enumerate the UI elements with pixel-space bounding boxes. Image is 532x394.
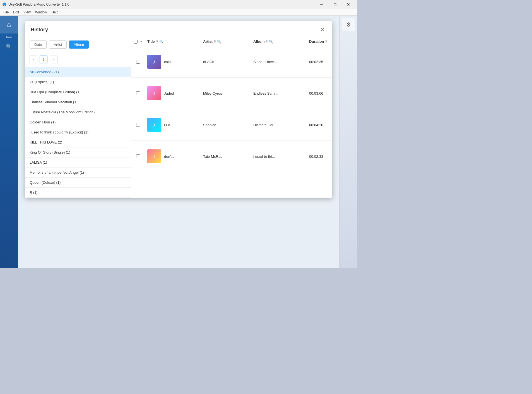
album-item-10[interactable]: Queen (Deluxe) (1) [25, 178, 131, 188]
select-all-checkbox[interactable] [134, 40, 138, 44]
table-row: ♪ don'... Tate McRae i used to thi... 00… [131, 141, 332, 172]
table-row: ♪ Jaded Miley Cyrus Endless Sum... 00:03… [131, 78, 332, 109]
artist-search-icon[interactable]: 🔍 [217, 40, 221, 44]
prev-page-button[interactable]: ‹ [30, 56, 37, 63]
settings-button[interactable]: ⚙ [342, 18, 355, 31]
artist-sort-icon[interactable]: ⇅ [214, 40, 216, 43]
album-item-8[interactable]: LALISA (1) [25, 157, 131, 168]
menu-view[interactable]: View [21, 10, 33, 15]
window-close-button[interactable]: ✕ [342, 0, 355, 9]
row2-checkbox[interactable] [136, 91, 140, 95]
menu-window[interactable]: Window [33, 10, 49, 15]
album-item-5[interactable]: i used to think i could fly (Explicit) (… [25, 127, 131, 137]
modal-sidebar: Date Artist Album ‹ 1 › All Converte [25, 37, 131, 198]
row1-artist: 6LACK [201, 60, 251, 64]
th-artist: Artist ⇅ 🔍 [201, 39, 251, 44]
table-row: ♪ cold... 6LACK Since I Have... 00:02:35… [131, 46, 332, 78]
row3-artist: Shanice [201, 123, 251, 127]
th-check-arrow: ▼ [140, 40, 143, 43]
row2-track-name: Jaded [164, 91, 174, 95]
th-duration-label: Duration [309, 39, 324, 44]
th-title-label: Title [147, 39, 155, 44]
row3-check [131, 123, 145, 127]
album-sort-icon[interactable]: ⇅ [266, 40, 268, 43]
row2-artist: Miley Cyrus [201, 91, 251, 95]
next-page-button[interactable]: › [50, 56, 57, 63]
row4-album: i used to thi... [251, 154, 307, 159]
modal-close-button[interactable]: ✕ [319, 26, 326, 34]
home-icon: ⌂ [7, 21, 11, 28]
album-item-4[interactable]: Golden Hour (1) [25, 117, 131, 127]
filter-tab-artist[interactable]: Artist [49, 40, 67, 49]
app-icon: U [2, 2, 7, 7]
sidebar-search-button[interactable]: 🔍 [3, 41, 15, 52]
th-album-label: Album [253, 39, 264, 44]
row4-checkbox[interactable] [136, 154, 140, 158]
th-album: Album ⇅ 🔍 [251, 39, 307, 44]
title-bar: U UkeySoft Pandora Music Converter 1.1.0… [0, 0, 357, 9]
sidebar-home-button[interactable]: ⌂ [0, 16, 18, 34]
row4-thumbnail: ♪ [147, 149, 161, 163]
title-sort-icon[interactable]: ⇅ [156, 40, 158, 43]
th-check: ▼ [131, 40, 145, 44]
row4-artist: Tate McRae [201, 154, 251, 159]
app-title: UkeySoft Pandora Music Converter 1.1.0 [8, 3, 315, 6]
minimize-button[interactable]: ─ [315, 0, 328, 9]
row3-album: Ultimate Col... [251, 123, 307, 127]
table-body: ♪ cold... 6LACK Since I Have... 00:02:35… [131, 46, 332, 198]
page-1-button[interactable]: 1 [40, 56, 47, 63]
row1-check [131, 60, 145, 64]
duration-sort-icon[interactable]: ⇅ [325, 40, 327, 43]
table-row: ♪ I Lo... Shanice Ultimate Col... 00:04:… [131, 109, 332, 141]
menu-edit[interactable]: Edit [11, 10, 21, 15]
row3-title: ♪ I Lo... [145, 118, 201, 132]
th-duration: Duration ⇅ [307, 39, 332, 44]
history-modal: History ✕ Date Artist Album [25, 21, 332, 198]
row2-thumb-icon: ♪ [153, 90, 156, 97]
right-panel: ⚙ [339, 16, 357, 268]
album-item-2[interactable]: Endless Summer Vacation (1) [25, 97, 131, 107]
row3-thumbnail: ♪ [147, 118, 161, 132]
filter-tab-date[interactable]: Date [30, 40, 47, 49]
album-list: All Converted (21) 21 (Explicit) (1) Dua… [25, 67, 131, 198]
th-title: Title ⇅ 🔍 [145, 39, 201, 44]
row3-track-name: I Lo... [164, 123, 173, 127]
album-item-9[interactable]: Memoirs of an imperfect Angel (1) [25, 168, 131, 178]
row1-checkbox[interactable] [136, 60, 140, 64]
app-container: ⌂ Now 🔍 History ✕ [0, 16, 357, 268]
row2-thumbnail: ♪ [147, 86, 161, 100]
filter-tabs: Date Artist Album [25, 37, 131, 52]
album-item-3[interactable]: Future Nostalgia (The Moonlight Edition)… [25, 107, 131, 117]
row3-checkbox[interactable] [136, 123, 140, 127]
row2-title: ♪ Jaded [145, 86, 201, 100]
row1-duration: 00:02:35 [307, 60, 332, 64]
row2-check [131, 91, 145, 95]
svg-text:U: U [4, 4, 5, 6]
maximize-button[interactable]: □ [329, 0, 341, 9]
filter-tab-album[interactable]: Album [69, 40, 89, 49]
row4-duration: 00:02:33 [307, 154, 332, 159]
menu-help[interactable]: Help [49, 10, 61, 15]
album-item-11[interactable]: R (1) [25, 188, 131, 198]
search-icon: 🔍 [6, 44, 12, 50]
row1-album: Since I Have... [251, 60, 307, 64]
sidebar: ⌂ Now 🔍 [0, 16, 18, 268]
album-item-0[interactable]: 21 (Explicit) (1) [25, 77, 131, 87]
window-controls: ─ □ ✕ [315, 0, 355, 9]
sidebar-now-label: Now [6, 36, 12, 39]
th-artist-label: Artist [203, 39, 213, 44]
modal-title: History [31, 27, 319, 33]
modal-body: Date Artist Album ‹ 1 › All Converte [25, 37, 332, 198]
album-item-7[interactable]: King Of Glory (Single) (1) [25, 147, 131, 157]
title-search-icon[interactable]: 🔍 [159, 40, 163, 44]
album-item-1[interactable]: Dua Lipa (Complete Edition) (1) [25, 87, 131, 97]
album-search-icon[interactable]: 🔍 [269, 40, 273, 44]
modal-overlay: History ✕ Date Artist Album [18, 16, 339, 268]
row1-thumb-icon: ♪ [153, 59, 156, 65]
album-item-all[interactable]: All Converted (21) [25, 67, 131, 77]
row4-title: ♪ don'... [145, 149, 201, 163]
album-item-6[interactable]: KILL THIS LOVE (2) [25, 137, 131, 147]
menu-file[interactable]: File [1, 10, 11, 15]
row1-title: ♪ cold... [145, 55, 201, 69]
row4-track-name: don'... [164, 154, 174, 159]
